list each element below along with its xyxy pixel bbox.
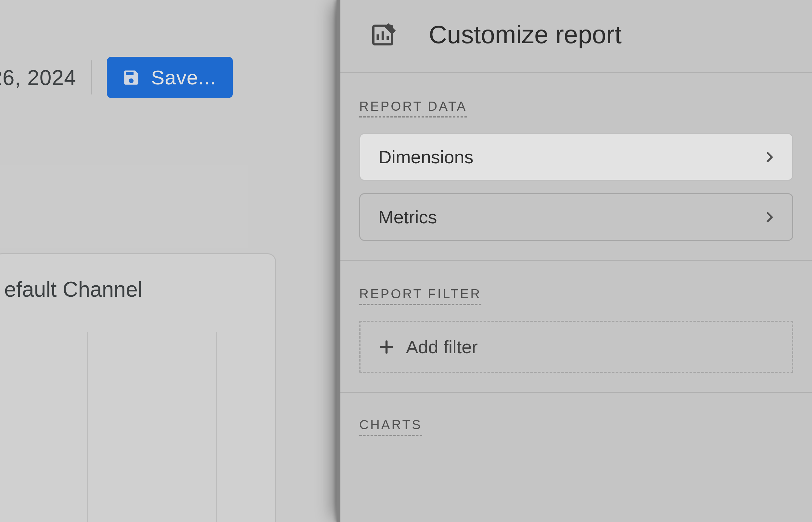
- charts-label: CHARTS: [359, 418, 422, 436]
- date-range-text: 26, 2024: [0, 65, 76, 90]
- metrics-row-label: Metrics: [378, 206, 437, 227]
- divider: [91, 60, 92, 95]
- report-filter-section: REPORT FILTER Add filter: [340, 261, 812, 393]
- chart-title: efault Channel: [4, 277, 143, 302]
- dimensions-row[interactable]: Dimensions: [359, 133, 793, 181]
- plus-icon: [378, 339, 395, 356]
- charts-section: CHARTS: [340, 393, 812, 464]
- report-data-label: REPORT DATA: [359, 99, 467, 118]
- panel-title: Customize report: [429, 20, 622, 49]
- metrics-row[interactable]: Metrics: [359, 193, 793, 241]
- customize-report-icon: [370, 19, 399, 49]
- add-filter-label: Add filter: [406, 336, 478, 357]
- add-filter-button[interactable]: Add filter: [359, 321, 793, 373]
- chart-card: efault Channel: [0, 253, 276, 522]
- save-button-label: Save...: [151, 66, 216, 89]
- chevron-right-icon: [762, 210, 777, 224]
- panel-header: Customize report: [340, 0, 812, 73]
- toolbar: 26, 2024 Save...: [0, 57, 336, 98]
- chart-gridlines: [0, 332, 275, 522]
- dimensions-row-label: Dimensions: [378, 146, 474, 167]
- report-canvas: 26, 2024 Save... efault Channel: [0, 0, 336, 522]
- save-icon: [122, 68, 141, 87]
- report-data-section: REPORT DATA Dimensions Metrics: [340, 73, 812, 261]
- report-filter-label: REPORT FILTER: [359, 287, 481, 305]
- chevron-right-icon: [762, 150, 777, 164]
- save-button[interactable]: Save...: [107, 57, 233, 98]
- customize-report-panel: Customize report REPORT DATA Dimensions …: [336, 0, 812, 522]
